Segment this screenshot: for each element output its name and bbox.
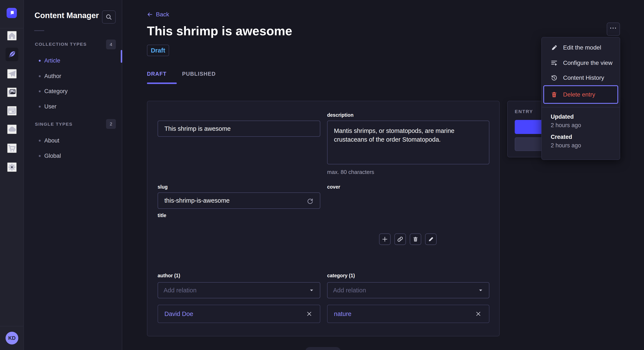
main-nav-rail: KD <box>0 0 24 350</box>
menu-item-content-history[interactable]: Content History <box>542 71 620 85</box>
bullet-icon <box>39 106 41 108</box>
sidebar-item-article[interactable]: Article <box>39 55 111 67</box>
pencil-icon <box>428 236 434 242</box>
tab-published[interactable]: PUBLISHED <box>182 69 216 78</box>
user-avatar[interactable]: KD <box>6 332 18 345</box>
refresh-icon <box>306 197 314 205</box>
description-hint: max. 80 characters <box>327 169 374 175</box>
marketplace-cart-icon[interactable] <box>7 144 16 153</box>
active-item-indicator <box>121 50 122 63</box>
menu-item-label: Content History <box>563 74 604 81</box>
avatar-initials: KD <box>8 335 16 341</box>
cloud-icon[interactable] <box>7 125 16 134</box>
rail-bottom-divider <box>0 326 24 326</box>
active-tab-underline <box>147 82 177 84</box>
rail-divider <box>0 28 24 28</box>
cover-add-button[interactable] <box>379 233 390 245</box>
remove-category-button[interactable] <box>474 310 482 318</box>
arrow-left-icon <box>147 11 153 17</box>
author-field-label: author (1) <box>158 273 180 279</box>
slug-input[interactable] <box>158 192 320 209</box>
trash-icon <box>412 236 418 242</box>
caret-down-icon <box>478 288 484 293</box>
history-clock-icon <box>551 74 558 81</box>
updated-label: Updated <box>551 114 574 120</box>
menu-item-label: Delete entry <box>563 91 595 98</box>
strapi-logo[interactable] <box>6 8 17 18</box>
content-manager-subnav: Content Manager COLLECTION TYPES 4 Artic… <box>24 0 122 350</box>
ellipsis-icon: ⋯ <box>610 24 617 32</box>
page-title: This shrimp is awesome <box>147 24 292 38</box>
remove-author-button[interactable] <box>305 310 314 318</box>
sidebar-item-label: User <box>44 103 56 110</box>
description-field-label: description <box>327 112 354 118</box>
tab-draft[interactable]: DRAFT <box>147 69 166 78</box>
search-button[interactable] <box>102 10 116 24</box>
menu-item-configure-view[interactable]: Configure the view <box>542 56 620 70</box>
menu-item-label: Configure the view <box>563 59 612 66</box>
cover-edit-button[interactable] <box>425 233 436 245</box>
bullet-icon <box>39 75 41 77</box>
created-label: Created <box>551 134 572 140</box>
sidebar-item-about[interactable]: About <box>39 135 111 147</box>
search-icon <box>105 13 112 21</box>
sidebar-item-label: Global <box>44 153 61 159</box>
cover-field-label: cover <box>327 184 340 190</box>
sidebar-item-category[interactable]: Category <box>39 85 111 97</box>
media-library-icon[interactable] <box>7 88 16 97</box>
more-actions-menu: Edit the model Configure the view Conten… <box>541 37 620 160</box>
slug-field-label: slug <box>158 184 168 190</box>
strapi-logo-icon <box>8 10 15 16</box>
cover-copy-link-button[interactable] <box>394 233 406 245</box>
menu-item-delete-entry[interactable]: Delete entry <box>542 88 620 101</box>
close-icon <box>475 311 482 317</box>
title-field-label: title <box>158 213 166 218</box>
bullet-icon <box>39 140 41 142</box>
floating-pill[interactable] <box>305 347 341 350</box>
menu-item-label: Edit the model <box>563 44 601 51</box>
sidebar-item-label: Article <box>44 57 60 64</box>
pencil-icon <box>551 44 558 51</box>
author-relation-link[interactable]: David Doe <box>164 311 193 318</box>
sidebar-item-label: Author <box>44 73 61 80</box>
updated-value: 2 hours ago <box>551 122 581 129</box>
configure-list-icon <box>551 59 558 66</box>
settings-gear-icon[interactable] <box>7 163 16 172</box>
menu-divider <box>542 107 620 107</box>
close-icon <box>306 311 312 317</box>
title-input[interactable] <box>158 121 320 137</box>
bullet-icon <box>39 155 41 157</box>
home-icon[interactable] <box>7 31 16 40</box>
status-badge: Draft <box>147 45 169 56</box>
category-relation-link[interactable]: nature <box>334 311 352 318</box>
menu-item-edit-model[interactable]: Edit the model <box>542 41 620 54</box>
sidebar-item-label: Category <box>44 88 68 95</box>
collection-types-count-badge: 4 <box>106 39 116 49</box>
category-relation-combobox[interactable]: Add relation <box>327 282 490 298</box>
author-placeholder: Add relation <box>164 287 196 294</box>
category-field-label: category (1) <box>327 273 355 279</box>
cover-delete-button[interactable] <box>410 233 421 245</box>
created-value: 2 hours ago <box>551 142 581 149</box>
entry-panel-title: ENTRY <box>515 109 533 114</box>
category-relation-item: nature <box>327 305 490 323</box>
description-textarea[interactable]: Mantis shrimps, or stomatopods, are mari… <box>327 121 490 164</box>
single-types-count-badge: 2 <box>106 119 116 129</box>
bullet-icon <box>39 90 41 92</box>
sidebar-item-global[interactable]: Global <box>39 150 111 162</box>
plus-icon <box>382 236 388 243</box>
caret-down-icon <box>309 288 314 293</box>
feather-icon <box>8 50 16 59</box>
sidebar-item-author[interactable]: Author <box>39 70 111 82</box>
releases-icon[interactable] <box>7 69 16 78</box>
sidebar-item-user[interactable]: User <box>39 101 111 113</box>
more-actions-button[interactable]: ⋯ <box>607 22 620 36</box>
category-placeholder: Add relation <box>333 287 366 294</box>
author-relation-combobox[interactable]: Add relation <box>158 282 320 298</box>
back-link[interactable]: Back <box>147 11 169 18</box>
regenerate-slug-button[interactable] <box>304 197 316 205</box>
subnav-title: Content Manager <box>34 11 99 20</box>
content-manager-nav-active[interactable] <box>6 48 18 61</box>
trash-icon <box>551 91 558 98</box>
content-type-builder-icon[interactable] <box>7 106 16 116</box>
